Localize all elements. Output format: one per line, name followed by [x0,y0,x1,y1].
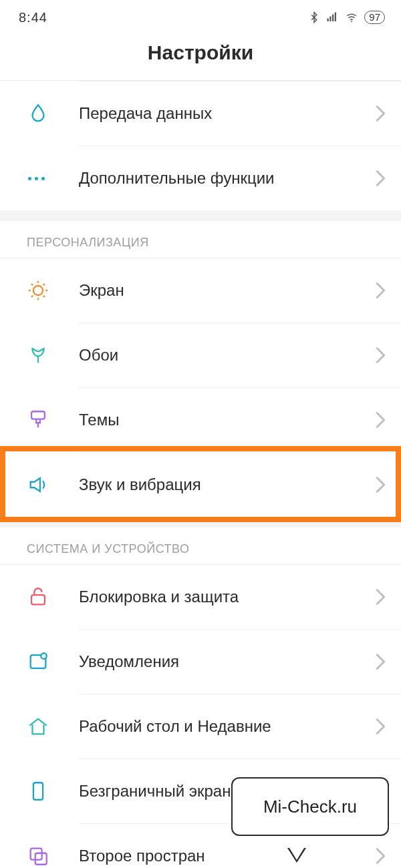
tulip-icon [0,344,79,367]
row-label: Дополнительные функции [79,169,374,188]
phone-icon [0,780,79,803]
svg-rect-0 [327,19,329,22]
chevron-right-icon [374,346,386,365]
svg-rect-10 [33,783,43,800]
sun-icon [0,279,79,302]
status-indicators: 97 [308,11,385,24]
chevron-right-icon [374,717,386,736]
chevron-right-icon [374,475,386,494]
drop-icon [0,102,79,125]
svg-rect-2 [332,15,333,22]
chevron-right-icon [374,104,386,123]
svg-rect-3 [335,13,336,22]
row-label: Экран [79,281,374,300]
row-label: Рабочий стол и Недавние [79,717,374,736]
row-label: Обои [79,346,374,365]
callout-text: Mi-Check.ru [263,797,357,817]
row-data-usage[interactable]: Передача данных [0,81,401,146]
chevron-right-icon [374,652,386,671]
row-display[interactable]: Экран [0,258,401,322]
svg-rect-7 [31,595,45,604]
signal-icon [325,11,339,23]
row-wallpaper[interactable]: Обои [0,323,401,387]
wifi-icon [344,11,359,23]
svg-point-5 [33,286,43,295]
brush-icon [0,409,79,431]
svg-point-4 [351,21,352,22]
status-bar: 8:44 97 [0,0,401,35]
page-title: Настройки [0,35,401,81]
more-icon [0,177,79,180]
bluetooth-icon [308,11,320,23]
row-label: Звук и вибрация [79,475,374,494]
chevron-right-icon [374,847,386,865]
svg-rect-1 [330,17,331,22]
row-notifications[interactable]: Уведомления [0,630,401,694]
svg-rect-6 [31,411,45,419]
notification-icon [0,650,79,673]
chevron-right-icon [374,169,386,188]
status-time: 8:44 [19,10,47,25]
dual-icon [0,845,79,867]
watermark-callout: Mi-Check.ru [231,777,389,836]
row-label: Передача данных [79,104,374,123]
row-themes[interactable]: Темы [0,388,401,452]
chevron-right-icon [374,588,386,606]
section-header-personalization: ПЕРСОНАЛИЗАЦИЯ [0,221,401,258]
home-icon [0,715,79,738]
row-home-recents[interactable]: Рабочий стол и Недавние [0,694,401,758]
row-more-features[interactable]: Дополнительные функции [0,146,401,210]
row-label: Темы [79,411,374,429]
row-label: Уведомления [79,652,374,671]
row-lock-security[interactable]: Блокировка и защита [0,565,401,629]
row-label: Второе простран [79,847,374,865]
section-header-system: СИСТЕМА И УСТРОЙСТВО [0,527,401,564]
row-sound-vibration[interactable]: Звук и вибрация [0,453,401,517]
battery-indicator: 97 [364,11,385,24]
chevron-right-icon [374,411,386,429]
lock-icon [0,586,79,608]
speaker-icon [0,473,79,496]
row-label: Блокировка и защита [79,588,374,606]
svg-point-9 [41,653,47,659]
chevron-right-icon [374,281,386,300]
